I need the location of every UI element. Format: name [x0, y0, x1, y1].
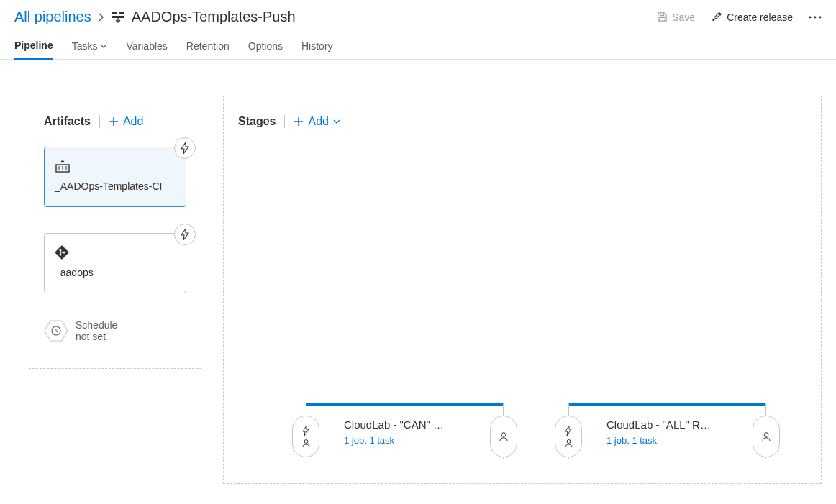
post-deploy-conditions-button[interactable]: [490, 416, 517, 457]
tabs: Pipeline Tasks Variables Retention Optio…: [0, 29, 836, 60]
stage-row: CloudLab - "CAN" … 1 job, 1 task: [306, 403, 836, 459]
save-icon: [657, 12, 668, 22]
stage-title: CloudLab - "ALL" R…: [606, 418, 732, 431]
stages-panel: Stages Add: [223, 96, 822, 484]
person-icon: [761, 431, 771, 441]
header: All pipelines AADOps-Templates-Push Save: [0, 0, 836, 29]
artifact-name: _AADOps-Templates-CI: [55, 180, 176, 192]
breadcrumb-root-link[interactable]: All pipelines: [14, 9, 91, 25]
breadcrumb: All pipelines AADOps-Templates-Push: [14, 9, 657, 25]
svg-rect-2: [112, 16, 124, 18]
canvas: Artifacts Add: [0, 60, 836, 498]
connector-wires: [224, 96, 440, 204]
save-button[interactable]: Save: [657, 12, 695, 23]
stage-card[interactable]: CloudLab - "CAN" … 1 job, 1 task: [306, 403, 504, 459]
add-artifact-label: Add: [123, 115, 143, 128]
build-icon: [55, 159, 176, 173]
plus-icon: [294, 116, 304, 127]
clock-icon: [44, 320, 68, 342]
stage-tasks-link[interactable]: 1 job, 1 task: [344, 435, 470, 446]
svg-point-13: [304, 439, 308, 443]
pipeline-icon: [112, 11, 124, 24]
plus-icon: [109, 116, 119, 127]
create-release-button[interactable]: Create release: [711, 12, 793, 23]
schedule-label: Schedule not set: [76, 319, 117, 342]
person-icon: [564, 439, 573, 448]
svg-rect-0: [112, 12, 117, 14]
pre-deploy-conditions-button[interactable]: [555, 416, 582, 457]
tab-variables[interactable]: Variables: [126, 40, 167, 59]
svg-point-16: [764, 433, 768, 437]
artifacts-panel: Artifacts Add: [29, 96, 201, 369]
divider: [99, 115, 100, 128]
tab-options[interactable]: Options: [248, 40, 283, 59]
artifacts-header-label: Artifacts: [44, 115, 91, 128]
artifact-trigger-button[interactable]: [174, 137, 196, 159]
more-icon: [809, 16, 822, 19]
artifacts-header: Artifacts Add: [44, 115, 186, 128]
header-actions: Save Create release: [657, 12, 822, 23]
tab-pipeline[interactable]: Pipeline: [14, 40, 53, 60]
schedule-button[interactable]: Schedule not set: [44, 319, 186, 342]
add-stage-button[interactable]: Add: [294, 115, 340, 128]
bolt-icon: [180, 229, 190, 240]
bolt-icon: [301, 426, 310, 436]
svg-rect-1: [119, 12, 124, 14]
stages-header-label: Stages: [238, 115, 276, 128]
svg-point-3: [809, 16, 812, 18]
tab-retention[interactable]: Retention: [186, 40, 230, 59]
artifact-card[interactable]: _AADOps-Templates-CI: [44, 147, 186, 207]
post-deploy-conditions-button[interactable]: [753, 416, 780, 457]
svg-rect-6: [56, 165, 69, 172]
artifact-name: _aadops: [55, 267, 176, 278]
more-actions-button[interactable]: [809, 16, 822, 19]
stage-title: CloudLab - "CAN" …: [344, 418, 470, 431]
pipeline-title: AADOps-Templates-Push: [132, 9, 296, 25]
chevron-down-icon: [333, 119, 340, 124]
svg-point-15: [567, 439, 571, 443]
chevron-down-icon: [100, 44, 107, 48]
rocket-icon: [711, 12, 722, 23]
stage: CloudLab - "ALL" R… 1 job, 1 task: [568, 403, 766, 459]
tab-tasks[interactable]: Tasks: [72, 40, 108, 59]
git-icon: [55, 245, 176, 260]
svg-point-5: [819, 16, 822, 18]
save-button-label: Save: [672, 12, 695, 23]
stages-header: Stages Add: [238, 115, 807, 128]
artifact-trigger-button[interactable]: [174, 224, 196, 245]
stage-tasks-link[interactable]: 1 job, 1 task: [606, 435, 732, 446]
add-artifact-button[interactable]: Add: [109, 115, 143, 128]
tab-history[interactable]: History: [301, 40, 333, 59]
artifact-card[interactable]: _aadops: [44, 233, 186, 293]
svg-point-14: [501, 433, 506, 437]
person-icon: [499, 431, 509, 441]
stage: CloudLab - "CAN" … 1 job, 1 task: [306, 403, 504, 459]
pre-deploy-conditions-button[interactable]: [292, 416, 319, 457]
divider: [284, 115, 285, 128]
person-icon: [301, 439, 311, 448]
bolt-icon: [564, 426, 573, 436]
add-stage-label: Add: [308, 115, 328, 128]
chevron-right-icon: [99, 13, 104, 22]
create-release-label: Create release: [727, 12, 793, 23]
svg-point-4: [814, 16, 817, 18]
bolt-icon: [180, 142, 190, 154]
tab-tasks-label: Tasks: [72, 40, 98, 52]
stage-card[interactable]: CloudLab - "ALL" R… 1 job, 1 task: [568, 403, 766, 459]
